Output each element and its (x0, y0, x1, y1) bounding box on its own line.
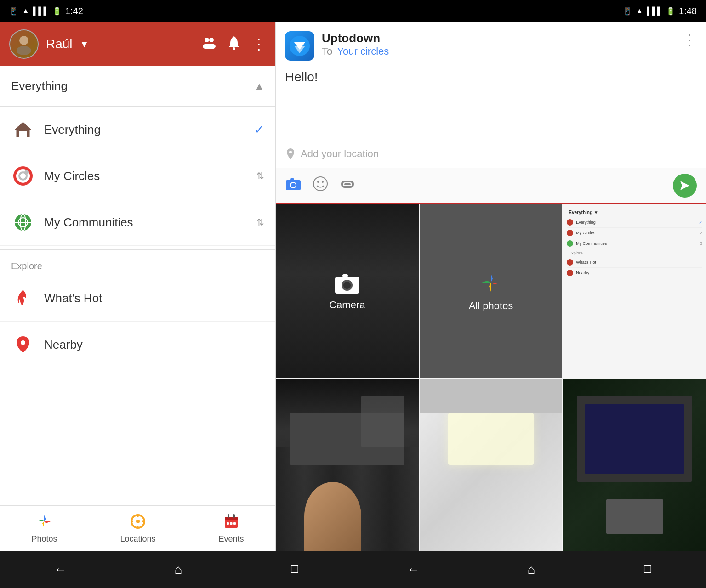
post-more-icon[interactable]: ⋮ (682, 31, 697, 49)
svg-point-37 (317, 181, 319, 183)
link-toolbar-icon[interactable] (339, 177, 356, 194)
nav-item-my-communities[interactable]: My Communities ⇅ (0, 199, 275, 246)
app-bar: Raúl ▼ ⋮ (0, 22, 275, 66)
nav-section: Everything ▲ Everything ✓ (0, 66, 275, 505)
svg-point-0 (19, 36, 28, 45)
svg-point-38 (322, 181, 324, 183)
svg-rect-27 (233, 514, 235, 518)
left-recents-button[interactable]: ☐ (290, 564, 299, 576)
events-calendar-icon (223, 513, 239, 531)
right-status-bar: 📱 ▲ ▌▌▌ 🔋 1:48 (276, 0, 706, 22)
nav-label-nearby: Nearby (44, 338, 264, 352)
bottom-photo-2[interactable] (420, 379, 563, 552)
svg-point-19 (136, 520, 140, 523)
events-label: Events (218, 534, 244, 544)
post-location[interactable]: Add your location (276, 140, 706, 168)
post-audience: To Your circles (322, 45, 675, 57)
right-time: 1:48 (679, 6, 697, 17)
right-panel: Uptodown To Your circles ⋮ Hello! Add yo… (276, 22, 706, 551)
post-circle-link[interactable]: Your circles (337, 45, 389, 57)
svg-rect-44 (342, 274, 348, 277)
left-battery-icon: 🔋 (52, 7, 62, 16)
right-wifi-icon: ▲ (636, 7, 643, 15)
post-user-name: Uptodown (322, 31, 675, 45)
nav-item-everything[interactable]: Everything ✓ (0, 107, 275, 153)
my-communities-expand-icon: ⇅ (256, 217, 264, 228)
user-name-label: Raúl (46, 37, 73, 51)
photos-pinwheel-icon (36, 513, 52, 531)
app-bar-icons: ⋮ (202, 35, 266, 53)
svg-point-1 (17, 46, 31, 55)
right-battery-icon: 🔋 (666, 7, 675, 16)
post-user-info: Uptodown To Your circles (322, 31, 675, 57)
post-card: Uptodown To Your circles ⋮ Hello! Add yo… (276, 22, 706, 203)
nav-label-everything: Everything (44, 123, 245, 137)
send-button[interactable] (673, 174, 697, 198)
left-signal-icon: ▌▌▌ (33, 7, 49, 15)
camera-cell[interactable]: Camera (276, 204, 419, 378)
explore-label: Explore (0, 254, 275, 275)
screenshot-cell[interactable]: Everything ▼ Everything ✓ My Circles 2 M… (563, 204, 706, 378)
people-icon[interactable] (202, 35, 216, 53)
bell-icon[interactable] (228, 35, 240, 53)
send-arrow-icon (678, 179, 691, 192)
svg-point-9 (15, 168, 31, 184)
svg-rect-29 (230, 522, 233, 525)
nav-label-my-circles: My Circles (44, 169, 247, 183)
nav-label-whats-hot: What's Hot (44, 291, 264, 305)
locations-pin-icon (130, 513, 146, 531)
svg-rect-35 (290, 178, 294, 180)
nav-item-nearby[interactable]: Nearby (0, 322, 275, 368)
all-photos-icon (478, 270, 504, 295)
everything-header[interactable]: Everything ▲ (0, 66, 275, 107)
svg-point-34 (291, 183, 296, 187)
home-icon (11, 118, 35, 141)
right-back-button[interactable]: ← (407, 562, 420, 577)
bottom-photo-3[interactable] (563, 379, 706, 552)
photo-grid: Camera All photos Everything ▼ (276, 204, 706, 551)
photos-label: Photos (31, 534, 57, 544)
nav-item-my-circles[interactable]: My Circles ⇅ (0, 153, 275, 199)
post-avatar (285, 31, 314, 61)
circles-icon (11, 164, 35, 188)
left-status-bar: 📱 ▲ ▌▌▌ 🔋 1:42 (0, 0, 276, 22)
bottom-photo-1[interactable] (276, 379, 419, 552)
events-nav-item[interactable]: Events (218, 513, 244, 544)
screenshot-panel: Everything ▼ Everything ✓ My Circles 2 M… (563, 204, 706, 378)
bottom-nav: Photos Locations (0, 505, 275, 551)
photos-nav-item[interactable]: Photos (31, 513, 57, 544)
location-pin-icon (11, 333, 35, 356)
camera-toolbar-icon[interactable] (285, 176, 302, 195)
locations-label: Locations (120, 534, 155, 544)
emoji-toolbar-icon[interactable] (313, 176, 328, 195)
user-name-dropdown-icon[interactable]: ▼ (80, 39, 89, 50)
svg-point-5 (207, 44, 216, 49)
nav-item-whats-hot[interactable]: What's Hot (0, 275, 275, 322)
svg-point-11 (24, 170, 29, 175)
right-recents-button[interactable]: ☐ (643, 564, 652, 576)
send-button-container (673, 174, 697, 198)
more-options-icon[interactable]: ⋮ (251, 35, 266, 53)
right-home-button[interactable]: ⌂ (528, 562, 535, 577)
locations-nav-item[interactable]: Locations (120, 513, 155, 544)
svg-point-3 (209, 38, 214, 42)
svg-rect-30 (233, 522, 236, 525)
svg-point-17 (21, 340, 25, 345)
avatar[interactable] (9, 29, 39, 59)
svg-rect-28 (227, 522, 229, 525)
camera-cell-label: Camera (329, 299, 365, 311)
check-icon: ✓ (254, 123, 264, 137)
post-spacer (276, 94, 706, 140)
all-photos-cell[interactable]: All photos (420, 204, 563, 378)
left-back-button[interactable]: ← (54, 562, 67, 577)
svg-marker-40 (680, 181, 689, 190)
svg-point-6 (233, 47, 235, 50)
left-home-button[interactable]: ⌂ (175, 562, 182, 577)
post-header: Uptodown To Your circles ⋮ (276, 22, 706, 65)
left-wifi-icon: ▲ (22, 7, 29, 15)
svg-rect-8 (19, 131, 27, 137)
location-icon (285, 147, 296, 160)
all-photos-label: All photos (469, 300, 513, 312)
svg-point-43 (343, 282, 351, 289)
post-text: Hello! (285, 70, 318, 84)
